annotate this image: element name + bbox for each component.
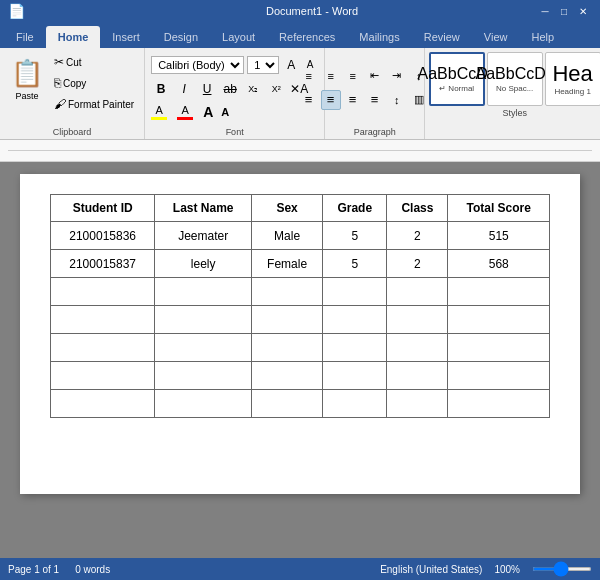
cell-r4-c0[interactable] xyxy=(51,334,155,362)
cell-r5-c0[interactable] xyxy=(51,362,155,390)
tab-review[interactable]: Review xyxy=(412,26,472,48)
cell-r1-c0[interactable]: 2100015837 xyxy=(51,250,155,278)
table-row[interactable] xyxy=(51,362,550,390)
style-h1-preview: Hea xyxy=(552,63,592,85)
strikethrough-button[interactable]: ab xyxy=(220,79,240,99)
cell-r5-c4[interactable] xyxy=(387,362,448,390)
multilevel-button[interactable]: ≡ xyxy=(343,66,363,86)
text-highlight-button[interactable]: A xyxy=(151,104,167,120)
cell-r2-c5[interactable] xyxy=(448,278,550,306)
table-row[interactable] xyxy=(51,278,550,306)
ribbon: 📋 Paste ✂ Cut ⎘ Copy 🖌 Format Painter xyxy=(0,48,600,140)
increase-indent-button[interactable]: ⇥ xyxy=(387,66,407,86)
decrease-indent-button[interactable]: ⇤ xyxy=(365,66,385,86)
cell-r3-c4[interactable] xyxy=(387,306,448,334)
cell-r5-c3[interactable] xyxy=(323,362,387,390)
cell-r0-c4[interactable]: 2 xyxy=(387,222,448,250)
document-page[interactable]: Student ID Last Name Sex Grade Class Tot… xyxy=(20,174,580,494)
font-size-increase-button[interactable]: A xyxy=(282,56,300,74)
cell-r3-c1[interactable] xyxy=(155,306,252,334)
cell-r1-c3[interactable]: 5 xyxy=(323,250,387,278)
cell-r2-c2[interactable] xyxy=(252,278,323,306)
cell-r0-c5[interactable]: 515 xyxy=(448,222,550,250)
align-right-button[interactable]: ≡ xyxy=(343,90,363,110)
cell-r4-c4[interactable] xyxy=(387,334,448,362)
cell-r6-c2[interactable] xyxy=(252,390,323,418)
cell-r6-c4[interactable] xyxy=(387,390,448,418)
cell-r6-c3[interactable] xyxy=(323,390,387,418)
table-row[interactable]: 2100015836JeematerMale52515 xyxy=(51,222,550,250)
cell-r6-c0[interactable] xyxy=(51,390,155,418)
cell-r5-c1[interactable] xyxy=(155,362,252,390)
copy-button[interactable]: ⎘ Copy xyxy=(50,73,138,93)
tab-layout[interactable]: Layout xyxy=(210,26,267,48)
cell-r6-c1[interactable] xyxy=(155,390,252,418)
cell-r0-c3[interactable]: 5 xyxy=(323,222,387,250)
minimize-button[interactable]: ─ xyxy=(536,3,554,19)
cell-r5-c5[interactable] xyxy=(448,362,550,390)
cell-r2-c3[interactable] xyxy=(323,278,387,306)
underline-button[interactable]: U xyxy=(197,79,217,99)
font-size-up-button[interactable]: A xyxy=(203,104,213,120)
cell-r4-c1[interactable] xyxy=(155,334,252,362)
align-left-button[interactable]: ≡ xyxy=(299,90,319,110)
tab-view[interactable]: View xyxy=(472,26,520,48)
table-row[interactable] xyxy=(51,306,550,334)
cell-r1-c1[interactable]: leely xyxy=(155,250,252,278)
paste-button[interactable]: 📋 Paste xyxy=(6,52,48,104)
cell-r4-c3[interactable] xyxy=(323,334,387,362)
font-color-icon: A xyxy=(181,104,188,116)
cell-r2-c0[interactable] xyxy=(51,278,155,306)
font-size-down-button[interactable]: A xyxy=(221,106,229,118)
numbering-button[interactable]: ≡ xyxy=(321,66,341,86)
cell-r0-c0[interactable]: 2100015836 xyxy=(51,222,155,250)
cell-r1-c2[interactable]: Female xyxy=(252,250,323,278)
cell-r1-c4[interactable]: 2 xyxy=(387,250,448,278)
cell-r2-c4[interactable] xyxy=(387,278,448,306)
font-color-button[interactable]: A xyxy=(177,104,193,120)
tab-file[interactable]: File xyxy=(4,26,46,48)
style-h1-label: Heading 1 xyxy=(554,87,590,96)
cell-r1-c5[interactable]: 568 xyxy=(448,250,550,278)
cell-r2-c1[interactable] xyxy=(155,278,252,306)
subscript-button[interactable]: X₂ xyxy=(243,79,263,99)
table-row[interactable] xyxy=(51,334,550,362)
cell-r3-c0[interactable] xyxy=(51,306,155,334)
italic-button[interactable]: I xyxy=(174,79,194,99)
tab-insert[interactable]: Insert xyxy=(100,26,152,48)
bullets-button[interactable]: ≡ xyxy=(299,66,319,86)
tab-help[interactable]: Help xyxy=(519,26,566,48)
tab-mailings[interactable]: Mailings xyxy=(347,26,411,48)
font-name-select[interactable]: Calibri (Body) xyxy=(151,56,244,74)
zoom-slider[interactable] xyxy=(532,567,592,571)
cell-r3-c3[interactable] xyxy=(323,306,387,334)
table-row[interactable]: 2100015837leelyFemale52568 xyxy=(51,250,550,278)
cell-r5-c2[interactable] xyxy=(252,362,323,390)
close-button[interactable]: ✕ xyxy=(574,3,592,19)
cell-r0-c1[interactable]: Jeemater xyxy=(155,222,252,250)
cut-button[interactable]: ✂ Cut xyxy=(50,52,138,72)
superscript-button[interactable]: X² xyxy=(266,79,286,99)
tab-home[interactable]: Home xyxy=(46,26,101,48)
style-no-spacing[interactable]: AaBbCcDc No Spac... xyxy=(487,52,543,106)
align-center-button[interactable]: ≡ xyxy=(321,90,341,110)
justify-button[interactable]: ≡ xyxy=(365,90,385,110)
style-heading1[interactable]: Hea Heading 1 xyxy=(545,52,600,106)
cell-r4-c5[interactable] xyxy=(448,334,550,362)
title-bar: 📄 Document1 - Word ─ □ ✕ xyxy=(0,0,600,22)
cell-r3-c5[interactable] xyxy=(448,306,550,334)
table-row[interactable] xyxy=(51,390,550,418)
tab-design[interactable]: Design xyxy=(152,26,210,48)
cell-r4-c2[interactable] xyxy=(252,334,323,362)
cell-r0-c2[interactable]: Male xyxy=(252,222,323,250)
tab-references[interactable]: References xyxy=(267,26,347,48)
font-size-select[interactable]: 11 xyxy=(247,56,279,74)
format-painter-button[interactable]: 🖌 Format Painter xyxy=(50,94,138,114)
line-spacing-button[interactable]: ↕ xyxy=(387,90,407,110)
maximize-button[interactable]: □ xyxy=(555,3,573,19)
cell-r6-c5[interactable] xyxy=(448,390,550,418)
bold-button[interactable]: B xyxy=(151,79,171,99)
cell-r3-c2[interactable] xyxy=(252,306,323,334)
format-painter-label: Format Painter xyxy=(68,99,134,110)
format-painter-icon: 🖌 xyxy=(54,97,66,111)
